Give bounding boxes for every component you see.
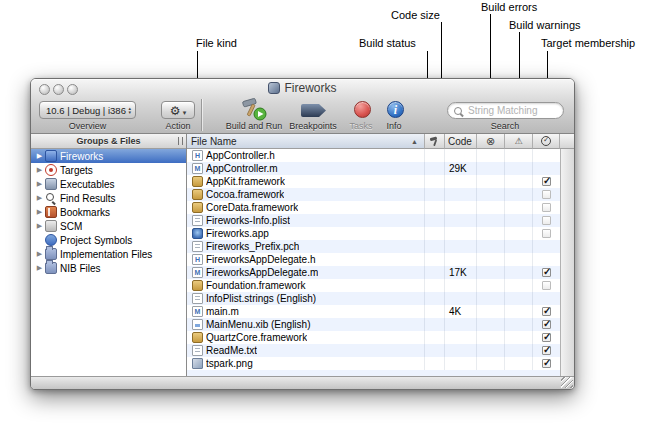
info-button[interactable]: [387, 101, 404, 118]
table-row[interactable]: Cocoa.framework: [187, 188, 560, 201]
table-row[interactable]: FireworksAppDelegate.h: [187, 253, 560, 266]
target-membership-checkbox[interactable]: [542, 216, 551, 225]
disclosure-triangle-icon[interactable]: ▶: [34, 208, 45, 216]
disclosure-triangle-icon[interactable]: ▶: [34, 250, 45, 258]
minimize-button[interactable]: [53, 84, 64, 95]
vertical-scrollbar[interactable]: [560, 149, 574, 376]
target-membership-checkbox[interactable]: [542, 203, 551, 212]
zoom-button[interactable]: [67, 84, 78, 95]
sidebar-item-implementation-files[interactable]: ▶Implementation Files: [31, 247, 186, 261]
disclosure-triangle-icon[interactable]: ▶: [34, 180, 45, 188]
table-row[interactable]: CoreData.framework: [187, 201, 560, 214]
bookmarks-icon: [45, 206, 57, 218]
target-membership-checkbox[interactable]: [542, 333, 551, 342]
sidebar-item-nib-files[interactable]: ▶NIB Files: [31, 261, 186, 275]
code-size-cell: [445, 344, 477, 357]
code-size-annotation: Code size: [391, 9, 440, 21]
table-row[interactable]: AppController.m29K: [187, 162, 560, 175]
disclosure-triangle-icon[interactable]: ▶: [34, 222, 45, 230]
file-name-text: AppKit.framework: [206, 176, 285, 187]
sort-ascending-icon: ▲: [411, 138, 418, 145]
file-name-text: AppController.m: [206, 163, 278, 174]
code-column-header[interactable]: Code: [445, 134, 477, 149]
disclosure-triangle-icon[interactable]: ▶: [34, 194, 45, 202]
table-row[interactable]: Fireworks.app: [187, 227, 560, 240]
file-name-text: Foundation.framework: [206, 280, 306, 291]
search-input[interactable]: [466, 104, 563, 117]
target-membership-column-header[interactable]: [533, 134, 560, 149]
sidebar-item-label: Bookmarks: [60, 207, 110, 218]
table-row[interactable]: ReadMe.txt: [187, 344, 560, 357]
file-name-column-header[interactable]: File Name ▲: [187, 134, 425, 149]
table-row[interactable]: MainMenu.xib (English): [187, 318, 560, 331]
target-membership-checkbox[interactable]: [542, 359, 551, 368]
sidebar-item-fireworks[interactable]: ▶Fireworks: [31, 149, 186, 163]
action-button[interactable]: [161, 101, 195, 119]
sidebar-item-find-results[interactable]: ▶Find Results: [31, 191, 186, 205]
file-name-cell: ReadMe.txt: [187, 344, 425, 357]
window-title: Fireworks: [31, 81, 574, 95]
target-membership-checkbox[interactable]: [542, 307, 551, 316]
build-errors-cell: [477, 214, 505, 227]
sidebar-item-scm[interactable]: ▶SCM: [31, 219, 186, 233]
target-membership-cell: [533, 240, 560, 253]
file-name-cell: FireworksAppDelegate.h: [187, 253, 425, 266]
overview-popup[interactable]: 10.6 | Debug | i386: [39, 101, 136, 119]
target-membership-checkbox[interactable]: [542, 346, 551, 355]
target-membership-checkbox[interactable]: [542, 177, 551, 186]
target-membership-cell: [533, 149, 560, 162]
target-membership-checkbox[interactable]: [542, 190, 551, 199]
sidebar-item-project-symbols[interactable]: Project Symbols: [31, 233, 186, 247]
disclosure-triangle-icon[interactable]: ▶: [34, 166, 45, 174]
breakpoints-button[interactable]: [301, 104, 326, 117]
sidebar-item-executables[interactable]: ▶Executables: [31, 177, 186, 191]
sidebar-item-label: Find Results: [60, 193, 116, 204]
sidebar-item-targets[interactable]: ▶Targets: [31, 163, 186, 177]
table-row[interactable]: FireworksAppDelegate.m17K: [187, 266, 560, 279]
build-warnings-cell: [505, 253, 533, 266]
table-row[interactable]: QuartzCore.framework: [187, 331, 560, 344]
table-row[interactable]: main.m4K: [187, 305, 560, 318]
table-row[interactable]: Fireworks-Info.plist: [187, 214, 560, 227]
code-size-cell: 29K: [445, 162, 477, 175]
target-membership-checkbox[interactable]: [542, 229, 551, 238]
build-and-run-button[interactable]: [241, 97, 268, 122]
png-icon: [192, 358, 203, 369]
table-row[interactable]: Fireworks_Prefix.pch: [187, 240, 560, 253]
framework-icon: [192, 189, 203, 200]
table-row[interactable]: Foundation.framework: [187, 279, 560, 292]
file-name-text: tspark.png: [206, 358, 253, 369]
build-warnings-column-header[interactable]: ⚠: [505, 134, 533, 149]
table-body: AppController.hAppController.m29KAppKit.…: [187, 149, 574, 376]
target-membership-checkbox[interactable]: [542, 268, 551, 277]
table-header-row: File Name ▲ Code ⊗: [187, 134, 574, 149]
table-row[interactable]: AppController.h: [187, 149, 560, 162]
magnifier-icon: [45, 192, 57, 204]
build-status-column-header[interactable]: [425, 134, 445, 149]
target-membership-cell: [533, 227, 560, 240]
target-membership-cell: [533, 214, 560, 227]
build-status-cell: [425, 344, 445, 357]
build-errors-column-header[interactable]: ⊗: [477, 134, 505, 149]
table-row[interactable]: InfoPlist.strings (English): [187, 292, 560, 305]
search-field[interactable]: [447, 102, 564, 119]
table-row[interactable]: AppKit.framework: [187, 175, 560, 188]
window-titlebar-toolbar[interactable]: Fireworks 10.6 | Debug | i386 Overview A…: [31, 79, 574, 134]
resize-grip[interactable]: [561, 377, 573, 388]
close-button[interactable]: [39, 84, 50, 95]
symbols-icon: [45, 234, 57, 246]
sidebar-resize-handle-icon[interactable]: [178, 137, 183, 145]
target-membership-checkbox[interactable]: [542, 320, 551, 329]
disclosure-triangle-icon[interactable]: ▶: [34, 264, 45, 272]
warning-icon: ⚠: [514, 136, 522, 146]
table-row[interactable]: tspark.png: [187, 357, 560, 370]
build-warnings-cell: [505, 240, 533, 253]
sidebar-item-bookmarks[interactable]: ▶Bookmarks: [31, 205, 186, 219]
target-membership-checkbox[interactable]: [542, 281, 551, 290]
target-membership-cell: [533, 305, 560, 318]
search-label: Search: [475, 121, 535, 132]
disclosure-triangle-icon[interactable]: ▶: [34, 152, 45, 160]
target-membership-cell: [533, 344, 560, 357]
file-name-cell: QuartzCore.framework: [187, 331, 425, 344]
window-bottom-bar: [31, 376, 574, 389]
